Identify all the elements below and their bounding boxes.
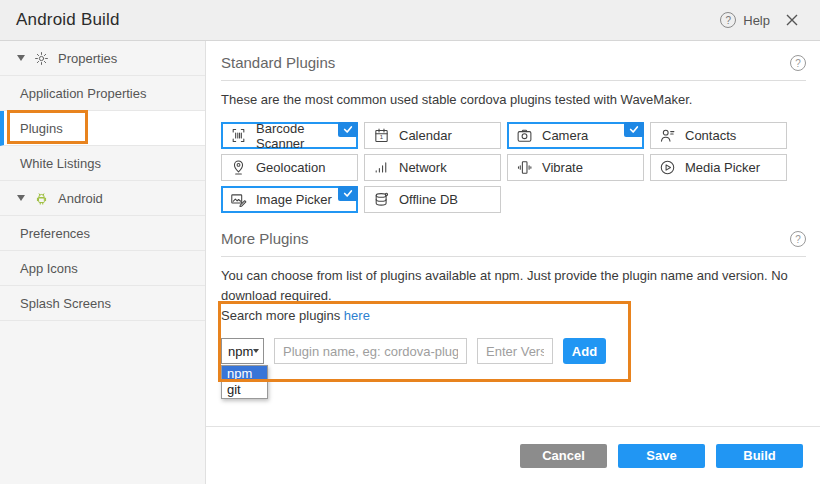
standard-plugins-title: Standard Plugins	[221, 54, 335, 72]
plugin-toggle-network[interactable]: Network	[364, 154, 501, 181]
help-icon: ?	[720, 12, 736, 28]
sidebar: PropertiesApplication PropertiesPluginsW…	[0, 41, 206, 484]
search-plugins-text: Search more plugins	[221, 308, 340, 323]
plugin-source-value: npm	[228, 344, 253, 359]
media-picker-icon	[659, 159, 676, 176]
vibrate-icon	[516, 159, 533, 176]
checked-icon	[338, 186, 358, 201]
triangle-down-icon	[17, 195, 25, 201]
dialog-header: Android Build ? Help	[0, 0, 820, 41]
gear-icon	[34, 51, 49, 66]
plugin-toggle-geolocation[interactable]: Geolocation	[221, 154, 358, 181]
sidebar-item-label: Splash Screens	[20, 296, 111, 311]
standard-plugins-help-icon[interactable]: ?	[790, 55, 806, 71]
android-icon	[34, 191, 49, 206]
sidebar-item-android[interactable]: Android	[0, 181, 205, 216]
close-icon[interactable]	[786, 14, 798, 26]
help-label: Help	[743, 13, 770, 28]
standard-plugins-description: These are the most common used stable co…	[221, 90, 805, 110]
plugin-label: Image Picker	[256, 192, 332, 207]
network-icon	[373, 159, 390, 176]
plugin-label: Calendar	[399, 128, 452, 143]
dialog-title: Android Build	[16, 10, 120, 30]
main-panel: Standard Plugins ? These are the most co…	[206, 41, 820, 484]
more-plugins-description: You can choose from list of plugins avai…	[221, 266, 805, 326]
plugin-toggle-contacts[interactable]: Contacts	[650, 122, 787, 149]
plugin-toggle-vibrate[interactable]: Vibrate	[507, 154, 644, 181]
sidebar-item-label: White Listings	[20, 156, 101, 171]
standard-plugins-grid: Barcode Scanner1CalendarCameraContactsGe…	[221, 122, 805, 213]
chevron-down-icon	[253, 349, 259, 353]
plugin-label: Media Picker	[685, 160, 760, 175]
sidebar-item-preferences[interactable]: Preferences	[0, 216, 205, 251]
plugin-source-select-wrap: npm npmgit	[221, 338, 264, 364]
save-button[interactable]: Save	[618, 444, 705, 468]
geolocation-icon	[230, 159, 247, 176]
plugin-toggle-image-picker[interactable]: Image Picker	[221, 186, 358, 213]
sidebar-item-plugins[interactable]: Plugins	[0, 111, 205, 146]
add-plugin-controls: npm npmgit Add	[221, 338, 805, 364]
dialog-footer: Cancel Save Build	[206, 426, 820, 484]
sidebar-item-properties[interactable]: Properties	[0, 41, 205, 76]
plugin-version-input[interactable]	[477, 338, 553, 364]
sidebar-item-application-properties[interactable]: Application Properties	[0, 76, 205, 111]
sidebar-item-white-listings[interactable]: White Listings	[0, 146, 205, 181]
plugin-toggle-calendar[interactable]: 1Calendar	[364, 122, 501, 149]
triangle-down-icon	[17, 55, 25, 61]
add-plugin-button[interactable]: Add	[563, 338, 606, 364]
plugin-toggle-offline-db[interactable]: Offline DB	[364, 186, 501, 213]
sidebar-item-label: Properties	[58, 51, 117, 66]
more-plugins-title: More Plugins	[221, 230, 309, 248]
more-plugins-description-text: You can choose from list of plugins avai…	[221, 268, 788, 303]
barcode-scanner-icon	[230, 127, 247, 144]
build-button[interactable]: Build	[716, 444, 803, 468]
sidebar-item-label: App Icons	[20, 261, 78, 276]
camera-icon	[516, 127, 533, 144]
plugin-label: Geolocation	[256, 160, 325, 175]
checked-icon	[624, 122, 644, 137]
cancel-button[interactable]: Cancel	[520, 444, 607, 468]
sidebar-item-label: Preferences	[20, 226, 90, 241]
plugin-source-options: npmgit	[221, 365, 268, 399]
plugin-toggle-media-picker[interactable]: Media Picker	[650, 154, 787, 181]
plugin-name-input[interactable]	[274, 338, 467, 364]
image-picker-icon	[230, 191, 247, 208]
offline-db-icon	[373, 191, 390, 208]
more-plugins-header: More Plugins ?	[221, 217, 806, 257]
plugin-label: Contacts	[685, 128, 736, 143]
plugin-label: Camera	[542, 128, 588, 143]
standard-plugins-header: Standard Plugins ?	[221, 41, 806, 81]
sidebar-item-app-icons[interactable]: App Icons	[0, 251, 205, 286]
help-button[interactable]: ? Help	[720, 12, 770, 28]
contacts-icon	[659, 127, 676, 144]
calendar-icon: 1	[373, 127, 390, 144]
plugin-toggle-camera[interactable]: Camera	[507, 122, 644, 149]
checked-icon	[338, 122, 358, 137]
plugin-toggle-barcode-scanner[interactable]: Barcode Scanner	[221, 122, 358, 149]
more-plugins-help-icon[interactable]: ?	[790, 231, 806, 247]
sidebar-item-label: Android	[58, 191, 103, 206]
plugin-label: Network	[399, 160, 447, 175]
source-option-git[interactable]: git	[222, 382, 267, 398]
sidebar-item-splash-screens[interactable]: Splash Screens	[0, 286, 205, 321]
plugin-label: Offline DB	[399, 192, 458, 207]
plugin-label: Vibrate	[542, 160, 583, 175]
plugin-source-select[interactable]: npm	[221, 338, 264, 364]
sidebar-item-label: Application Properties	[20, 86, 146, 101]
source-option-npm[interactable]: npm	[222, 366, 267, 382]
svg-text:1: 1	[380, 134, 384, 140]
header-actions: ? Help	[720, 12, 798, 28]
search-plugins-link[interactable]: here	[344, 308, 370, 323]
sidebar-item-label: Plugins	[20, 121, 63, 136]
